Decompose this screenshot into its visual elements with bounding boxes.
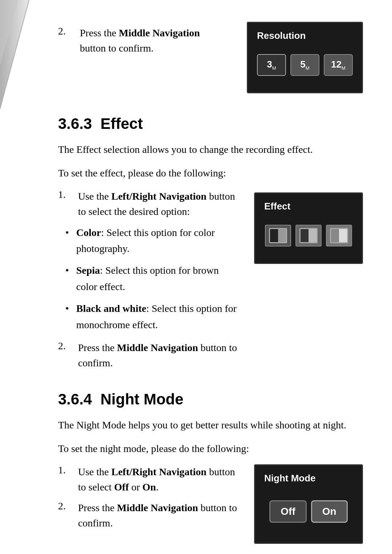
effect-text-col: 1. Use the Left/Right Navigation button … xyxy=(58,189,240,376)
resolution-5m-button[interactable]: 5M xyxy=(290,54,319,76)
night-content: 1. Use the Left/Right Navigation button … xyxy=(58,464,363,544)
night-on-button[interactable]: On xyxy=(311,500,348,523)
effect-step2-num: 2. xyxy=(58,340,71,371)
night-step1-text: Use the Left/Right Navigation button to … xyxy=(78,464,240,495)
bullet-color-bold: Color xyxy=(76,227,101,238)
step-2-bold: Middle Navigation xyxy=(119,27,200,38)
night-step1-bold: Left/Right Navigation xyxy=(111,466,207,477)
bullet-color: Color: Select this option for color phot… xyxy=(65,225,240,257)
effect-step1-num: 1. xyxy=(58,189,71,219)
night-step2-text: Press the Middle Navigation button to co… xyxy=(78,500,240,531)
night-mode-heading: 3.6.4 Night Mode xyxy=(58,391,363,408)
resolution-screen-box: Resolution 3M 5M 12M xyxy=(247,22,363,93)
res-12m-label: 12M xyxy=(331,59,346,71)
resolution-buttons: 3M 5M 12M xyxy=(257,49,353,81)
effect-step2: 2. Press the Middle Navigation button to… xyxy=(58,340,240,371)
top-text: 2. Press the Middle Navigation button to… xyxy=(58,22,232,63)
night-heading-number: 3.6.4 xyxy=(58,391,92,408)
resolution-title: Resolution xyxy=(257,30,353,41)
step-number-2: 2. xyxy=(58,25,73,56)
effect-bullet-list: Color: Select this option for color phot… xyxy=(65,225,240,333)
night-step2: 2. Press the Middle Navigation button to… xyxy=(58,500,240,531)
effect-heading: 3.6.3 Effect xyxy=(58,115,363,133)
res-3m-label: 3M xyxy=(267,59,276,71)
night-step2-num: 2. xyxy=(58,500,71,531)
res-5m-label: 5M xyxy=(300,59,309,71)
resolution-12m-button[interactable]: 12M xyxy=(324,54,353,76)
main-content: 2. Press the Middle Navigation button to… xyxy=(0,0,392,554)
bullet-bw-bold: Black and white xyxy=(76,303,146,314)
night-step1-num: 1. xyxy=(58,464,71,495)
night-off-bold: Off xyxy=(114,481,129,493)
resolution-3m-button[interactable]: 3M xyxy=(257,54,286,76)
night-screen-title: Night Mode xyxy=(264,473,353,484)
effect-screen-title: Effect xyxy=(264,201,353,212)
bullet-bw: Black and white: Select this option for … xyxy=(65,301,240,333)
effect-color-icon[interactable] xyxy=(265,225,291,247)
effect-intro-2: To set the effect, please do the followi… xyxy=(58,165,363,182)
effect-heading-title: Effect xyxy=(101,115,143,132)
effect-step2-text: Press the Middle Navigation button to co… xyxy=(78,340,240,371)
effect-section: 3.6.3 Effect The Effect selection allows… xyxy=(58,115,363,376)
effect-step1: 1. Use the Left/Right Navigation button … xyxy=(58,189,240,219)
step-2-resolution: 2. Press the Middle Navigation button to… xyxy=(58,25,232,56)
top-section: 2. Press the Middle Navigation button to… xyxy=(58,22,363,93)
night-intro-2: To set the night mode, please do the fol… xyxy=(58,441,363,457)
effect-content: 1. Use the Left/Right Navigation button … xyxy=(58,189,363,376)
night-screen-box: Night Mode Off On xyxy=(254,464,363,544)
effect-icons xyxy=(264,219,353,252)
night-intro-1: The Night Mode helps you to get better r… xyxy=(58,417,363,433)
night-off-button[interactable]: Off xyxy=(269,500,306,523)
effect-bw-icon[interactable] xyxy=(326,225,352,247)
night-mode-buttons: Off On xyxy=(264,491,353,532)
bullet-sepia-bold: Sepia xyxy=(76,265,100,276)
effect-heading-number: 3.6.3 xyxy=(58,115,92,132)
effect-step1-text: Use the Left/Right Navigation button to … xyxy=(78,189,240,219)
night-heading-title: Night Mode xyxy=(101,391,184,408)
effect-step1-bold: Left/Right Navigation xyxy=(111,191,207,202)
night-text-col: 1. Use the Left/Right Navigation button … xyxy=(58,464,240,544)
bullet-sepia: Sepia: Select this option for brown colo… xyxy=(65,262,240,295)
effect-sepia-icon[interactable] xyxy=(295,225,322,247)
step-2-content: Press the Middle Navigation button to co… xyxy=(80,25,200,56)
night-step2-bold: Middle Navigation xyxy=(117,502,198,513)
night-on-bold: On xyxy=(142,481,156,493)
effect-screen-box: Effect xyxy=(254,192,363,264)
night-step1: 1. Use the Left/Right Navigation button … xyxy=(58,464,240,495)
night-mode-section: 3.6.4 Night Mode The Night Mode helps yo… xyxy=(58,391,363,544)
effect-step2-bold: Middle Navigation xyxy=(117,342,198,353)
effect-intro-1: The Effect selection allows you to chang… xyxy=(58,142,363,158)
